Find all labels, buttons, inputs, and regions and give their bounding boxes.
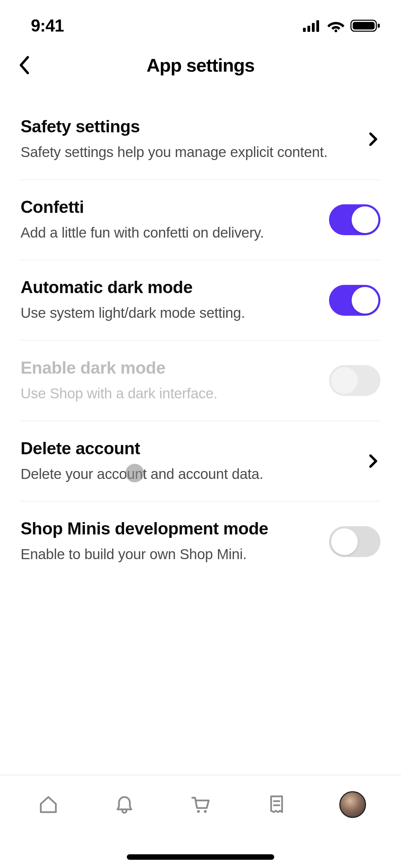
bell-icon	[113, 794, 135, 816]
row-text: Shop Minis development mode Enable to bu…	[21, 519, 329, 564]
row-text: Delete account Delete your account and a…	[21, 438, 367, 484]
svg-rect-2	[312, 23, 315, 32]
nav-header: App settings	[0, 45, 401, 86]
tab-home[interactable]	[33, 789, 64, 820]
touch-indicator	[125, 464, 144, 482]
row-title: Safety settings	[21, 117, 353, 136]
setting-row-minis-dev: Shop Minis development mode Enable to bu…	[21, 502, 380, 581]
row-text: Confetti Add a little fun with confetti …	[21, 197, 329, 243]
row-subtitle: Use Shop with a dark interface.	[21, 384, 315, 403]
row-subtitle: Use system light/dark mode setting.	[21, 303, 315, 323]
tab-profile[interactable]	[337, 789, 368, 820]
enable-dark-toggle	[329, 365, 380, 396]
avatar	[339, 791, 366, 818]
row-title: Automatic dark mode	[21, 277, 315, 297]
setting-row-confetti: Confetti Add a little fun with confetti …	[21, 180, 380, 261]
setting-row-delete-account[interactable]: Delete account Delete your account and a…	[21, 421, 380, 502]
settings-list: Safety settings Safety settings help you…	[0, 99, 401, 581]
chevron-left-icon	[18, 56, 30, 74]
page-title: App settings	[146, 55, 254, 76]
row-text: Safety settings Safety settings help you…	[21, 117, 367, 162]
chevron-right-icon	[367, 454, 380, 468]
svg-rect-6	[353, 22, 375, 29]
setting-row-auto-dark: Automatic dark mode Use system light/dar…	[21, 260, 380, 341]
svg-rect-0	[303, 28, 306, 32]
row-title: Enable dark mode	[21, 358, 315, 378]
confetti-toggle[interactable]	[329, 204, 380, 235]
setting-row-safety[interactable]: Safety settings Safety settings help you…	[21, 99, 380, 180]
status-bar: 9:41	[0, 0, 401, 45]
battery-icon	[350, 19, 380, 33]
cellular-icon	[303, 20, 321, 32]
row-subtitle: Delete your account and account data.	[21, 465, 353, 484]
svg-rect-7	[378, 24, 380, 28]
cart-icon	[190, 794, 211, 816]
row-text: Automatic dark mode Use system light/dar…	[21, 277, 329, 323]
wifi-icon	[327, 19, 345, 32]
back-button[interactable]	[14, 55, 34, 75]
svg-point-9	[204, 810, 207, 813]
status-indicators	[303, 19, 380, 33]
tab-cart[interactable]	[185, 789, 216, 820]
svg-point-8	[197, 810, 200, 813]
chevron-right-icon	[367, 132, 380, 146]
svg-rect-1	[307, 26, 310, 32]
row-title: Delete account	[21, 438, 353, 458]
setting-row-enable-dark: Enable dark mode Use Shop with a dark in…	[21, 341, 380, 421]
minis-dev-toggle[interactable]	[329, 526, 380, 557]
tab-notifications[interactable]	[109, 789, 140, 820]
receipt-icon	[266, 794, 288, 816]
home-indicator	[127, 854, 274, 860]
status-time: 9:41	[31, 16, 64, 36]
auto-dark-toggle[interactable]	[329, 285, 380, 316]
row-text: Enable dark mode Use Shop with a dark in…	[21, 358, 329, 403]
row-subtitle: Safety settings help you manage explicit…	[21, 143, 353, 162]
svg-rect-3	[316, 20, 319, 32]
row-subtitle: Enable to build your own Shop Mini.	[21, 545, 315, 564]
svg-point-4	[335, 29, 337, 32]
row-subtitle: Add a little fun with confetti on delive…	[21, 223, 315, 243]
home-icon	[37, 794, 59, 816]
tab-orders[interactable]	[261, 789, 292, 820]
row-title: Confetti	[21, 197, 315, 217]
row-title: Shop Minis development mode	[21, 519, 315, 539]
